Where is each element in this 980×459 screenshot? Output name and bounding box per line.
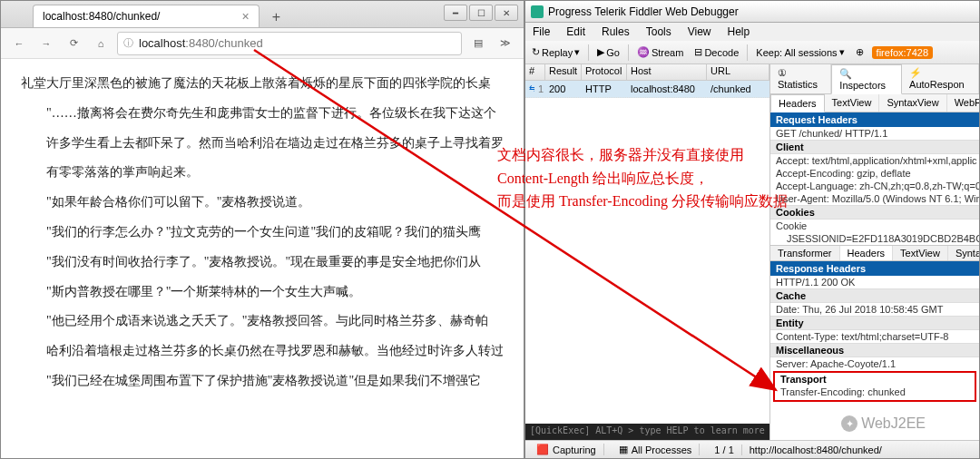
fiddler-window: Progress Telerik Fiddler Web Debugger Fi…	[524, 0, 980, 459]
url-bar[interactable]: ⓘ localhost:8480/chunked	[117, 32, 462, 55]
resp-tab-transformer[interactable]: Transformer	[770, 246, 840, 260]
new-tab-button[interactable]: +	[267, 7, 286, 27]
reader-icon[interactable]: ▤	[467, 33, 489, 54]
fiddler-title-text: Progress Telerik Fiddler Web Debugger	[548, 5, 739, 18]
req-cookie: Cookie	[770, 220, 979, 232]
any-process[interactable]: ⊕	[853, 44, 867, 60]
session-icon: ⇆	[525, 83, 534, 95]
sessions-empty	[525, 98, 769, 424]
content-line: "我们的行李怎么办？"拉文克劳的一个女生问道"我们的皮箱呢？我们的猫头鹰	[21, 219, 504, 247]
back-button[interactable]: ←	[8, 33, 30, 54]
content-line: "……撤离将会在费尔奇先生和庞弗雷女士的监督下进行。各位级长在我下达这个	[21, 100, 504, 128]
col-result[interactable]: Result	[545, 64, 582, 80]
url-text: localhost:8480/chunked	[139, 36, 263, 50]
req-headers-title: Request Headers	[770, 112, 979, 127]
menu-icon[interactable]: ≫	[495, 33, 516, 54]
tab-title: localhost:8480/chunked/	[43, 10, 160, 23]
keep-sessions[interactable]: Keep: All sessions ▾	[753, 44, 847, 60]
replay-button[interactable]: ↻ Replay ▾	[529, 44, 583, 60]
browser-tab[interactable]: localhost:8480/chunked/ ×	[33, 5, 260, 27]
content-line: "斯内普教授在哪里？"一个斯莱特林的一个女生大声喊。	[21, 278, 504, 307]
sessions-list: # Result Protocol Host URL ⇆ 1 200 HTTP …	[525, 64, 770, 440]
req-cookies-label: Cookies	[770, 205, 979, 220]
watermark: ✦ WebJ2EE	[841, 415, 926, 432]
menu-help[interactable]: Help	[724, 24, 754, 40]
resp-tab-headers[interactable]: Headers	[840, 246, 894, 260]
browser-badge[interactable]: firefox:7428	[872, 46, 933, 59]
col-host[interactable]: Host	[627, 64, 707, 80]
minimize-button[interactable]: ━	[444, 5, 467, 21]
resp-misc-label: Miscellaneous	[770, 343, 979, 357]
req-accept: Accept: text/html,application/xhtml+xml,…	[770, 154, 979, 167]
home-button[interactable]: ⌂	[90, 33, 112, 54]
inspector-tabs: Headers TextView SyntaxView WebForm	[770, 94, 979, 112]
sessions-header: # Result Protocol Host URL	[525, 64, 769, 81]
page-content: 礼堂大厅里深黑色的被施了魔法的天花板上散落着烁烁的星辰下面的四张学院的长桌 "……	[1, 59, 524, 458]
maximize-button[interactable]: ☐	[469, 5, 493, 21]
window-controls: ━ ☐ ✕	[444, 5, 518, 21]
col-url[interactable]: URL	[707, 64, 769, 80]
insp-tab-headers[interactable]: Headers	[770, 94, 825, 112]
menu-bar: File Edit Rules Tools View Help	[525, 23, 979, 41]
resp-cache-label: Cache	[770, 288, 979, 303]
menu-file[interactable]: File	[529, 24, 554, 40]
content-line: "他已经用个成语来说逃之夭夭了。"麦格教授回答。与此同时格兰芬多、赫奇帕	[21, 308, 504, 336]
status-url: http://localhost:8480/chunked/	[750, 444, 882, 455]
resp-transport-label: Transport	[775, 373, 975, 386]
menu-edit[interactable]: Edit	[563, 24, 589, 40]
insp-tab-webforms[interactable]: WebForm	[947, 94, 979, 112]
col-protocol[interactable]: Protocol	[582, 64, 627, 80]
insp-tab-textview[interactable]: TextView	[825, 94, 880, 112]
content-line: "如果年龄合格你们可以留下。"麦格教授说道。	[21, 189, 504, 217]
resp-tab-textview[interactable]: TextView	[893, 246, 948, 260]
tab-autoresponder[interactable]: ⚡ AutoRespon	[902, 64, 979, 93]
session-row[interactable]: ⇆ 1 200 HTTP localhost:8480 /chunked	[525, 81, 769, 98]
session-idx: 1	[534, 83, 545, 95]
insp-tab-syntaxview[interactable]: SyntaxView	[879, 94, 946, 112]
stream-button[interactable]: ♒ Stream	[634, 44, 686, 60]
resp-te: Transfer-Encoding: chunked	[775, 386, 975, 398]
req-user-agent: User-Agent: Mozilla/5.0 (Windows NT 6.1;…	[770, 192, 979, 205]
resp-server: Server: Apache-Coyote/1.1	[770, 357, 979, 370]
fiddler-title-bar: Progress Telerik Fiddler Web Debugger	[525, 1, 979, 23]
req-first-line: GET /chunked/ HTTP/1.1	[770, 127, 979, 140]
content-line: 哈利沿着墙根走过格兰芬多的长桌仍然在寻找罗恩和赫敏。当他经过时许多人转过	[21, 337, 504, 366]
content-line: "我们已经在城堡周围布置下了保护措施"麦格教授说道"但是如果我们不增强它	[21, 367, 504, 396]
transport-highlight: Transport Transfer-Encoding: chunked	[773, 371, 976, 402]
menu-view[interactable]: View	[684, 24, 715, 40]
response-headers: Response Headers HTTP/1.1 200 OK Cache D…	[770, 261, 979, 440]
close-button[interactable]: ✕	[495, 5, 518, 21]
menu-tools[interactable]: Tools	[642, 24, 675, 40]
status-processes[interactable]: ▦ All Processes	[612, 444, 701, 455]
reload-button[interactable]: ⟳	[63, 33, 84, 54]
decode-button[interactable]: ⊟ Decode	[691, 44, 741, 60]
resp-ctype: Content-Type: text/html;charset=UTF-8	[770, 330, 979, 343]
status-capturing[interactable]: 🟥 Capturing	[529, 444, 604, 455]
info-icon[interactable]: ⓘ	[123, 36, 133, 50]
col-num[interactable]: #	[525, 64, 545, 80]
status-count: 1 / 1	[707, 444, 741, 455]
session-url: /chunked	[707, 83, 769, 95]
req-client-label: Client	[770, 140, 979, 154]
tab-inspectors[interactable]: 🔍 Inspectors	[831, 64, 902, 94]
tab-statistics[interactable]: ① Statistics	[770, 64, 831, 93]
top-tabs: ① Statistics 🔍 Inspectors ⚡ AutoRespon	[770, 64, 979, 94]
quickexec[interactable]: [QuickExec] ALT+Q > type HELP to learn m…	[525, 424, 769, 440]
menu-rules[interactable]: Rules	[598, 24, 633, 40]
browser-toolbar: ← → ⟳ ⌂ ⓘ localhost:8480/chunked ▤ ≫	[1, 28, 524, 59]
resp-entity-label: Entity	[770, 316, 979, 330]
resp-status: HTTP/1.1 200 OK	[770, 276, 979, 288]
resp-date: Date: Thu, 26 Jul 2018 10:58:45 GMT	[770, 303, 979, 316]
tab-close-icon[interactable]: ×	[241, 9, 249, 24]
watermark-text: WebJ2EE	[861, 415, 926, 432]
request-headers: Request Headers GET /chunked/ HTTP/1.1 C…	[770, 112, 979, 245]
browser-window: ━ ☐ ✕ localhost:8480/chunked/ × + ← → ⟳ …	[0, 0, 524, 459]
status-bar: 🟥 Capturing ▦ All Processes 1 / 1 http:/…	[525, 440, 979, 458]
session-host: localhost:8480	[627, 83, 707, 95]
content-line: 许多学生看上去都吓呆了。然而当哈利沿在墙边走过在格兰芬多的桌子上寻找着罗	[21, 130, 504, 158]
forward-button[interactable]: →	[35, 33, 57, 54]
fiddler-icon	[531, 5, 544, 18]
inspectors-pane: ① Statistics 🔍 Inspectors ⚡ AutoRespon H…	[770, 64, 979, 440]
resp-tab-syntax[interactable]: Syntax	[948, 246, 979, 260]
go-button[interactable]: ▶ Go	[594, 44, 622, 60]
